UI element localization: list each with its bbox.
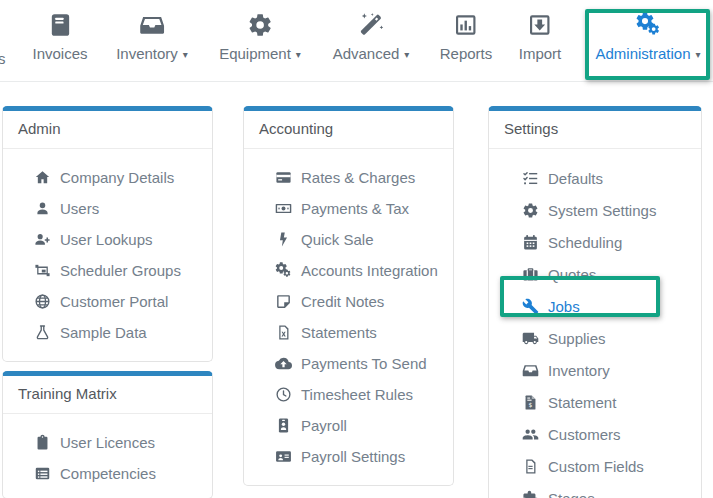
menu-item-payments-tax[interactable]: Payments & Tax <box>244 193 453 224</box>
menu-item-label: Scheduling <box>548 234 622 251</box>
menu-item-sample-data[interactable]: Sample Data <box>3 317 212 348</box>
menu-item-jobs[interactable]: Jobs <box>489 290 701 322</box>
menu-item-statements[interactable]: Statements <box>244 317 453 348</box>
panel-settings: SettingsDefaultsSystem SettingsSchedulin… <box>488 106 702 498</box>
nav-item-label: Invoices <box>32 46 87 61</box>
menu-item-statement[interactable]: Statement <box>489 386 701 418</box>
user-icon <box>34 200 51 217</box>
administration-mega-menu-screen: s InvoicesInventory▾Equipment▾Advanced▾R… <box>0 0 713 498</box>
nav-item-label: Reports <box>440 46 493 61</box>
panel-title-admin: Admin <box>3 111 212 149</box>
menu-item-system-settings[interactable]: System Settings <box>489 194 701 226</box>
menu-item-label: Statement <box>548 394 616 411</box>
menu-item-timesheet-rules[interactable]: Timesheet Rules <box>244 379 453 410</box>
menu-item-payroll-settings[interactable]: Payroll Settings <box>244 441 453 472</box>
cloud-upload-icon <box>275 355 292 372</box>
menu-item-customer-portal[interactable]: Customer Portal <box>3 286 212 317</box>
nav-item-equipment[interactable]: Equipment▾ <box>219 12 301 61</box>
menu-item-scheduling[interactable]: Scheduling <box>489 226 701 258</box>
nav-item-reports[interactable]: Reports <box>440 12 493 61</box>
flask-icon <box>34 324 51 341</box>
menu-item-label: Accounts Integration <box>301 262 438 279</box>
menu-item-defaults[interactable]: Defaults <box>489 162 701 194</box>
chevron-down-icon: ▾ <box>696 50 701 60</box>
nav-item-label: Advanced <box>333 46 400 61</box>
menu-accounting: Rates & ChargesPayments & TaxQuick SaleA… <box>244 149 453 485</box>
menu-item-label: Sample Data <box>60 324 147 341</box>
nav-item-inventory[interactable]: Inventory▾ <box>116 12 188 61</box>
nav-item-label: Import <box>519 46 562 61</box>
file-excel-icon <box>275 324 292 341</box>
menu-item-rates-charges[interactable]: Rates & Charges <box>244 162 453 193</box>
briefcase-icon <box>522 266 539 283</box>
menu-item-label: Payments To Send <box>301 355 427 372</box>
panel-title-accounting: Accounting <box>244 111 453 149</box>
menu-item-label: User Licences <box>60 434 155 451</box>
book-icon <box>47 12 73 38</box>
menu-item-label: Scheduler Groups <box>60 262 181 279</box>
nav-item-import[interactable]: Import <box>519 12 562 61</box>
panel-admin: AdminCompany DetailsUsersUser LookupsSch… <box>2 106 213 362</box>
sticky-note-icon <box>275 293 292 310</box>
globe-icon <box>34 293 51 310</box>
menu-item-supplies[interactable]: Supplies <box>489 322 701 354</box>
menu-item-accounts-integration[interactable]: Accounts Integration <box>244 255 453 286</box>
menu-item-inventory[interactable]: Inventory <box>489 354 701 386</box>
user-plus-icon <box>34 231 51 248</box>
menu-item-company-details[interactable]: Company Details <box>3 162 212 193</box>
tray-icon <box>139 12 165 38</box>
clock-icon <box>275 386 292 403</box>
menu-item-scheduler-groups[interactable]: Scheduler Groups <box>3 255 212 286</box>
object-group-icon <box>34 262 51 279</box>
top-nav: s InvoicesInventory▾Equipment▾Advanced▾R… <box>0 0 713 82</box>
home-icon <box>34 169 51 186</box>
menu-item-user-lookups[interactable]: User Lookups <box>3 224 212 255</box>
menu-item-stages[interactable]: Stages <box>489 482 701 498</box>
clipped-nav-item[interactable]: s <box>0 50 6 67</box>
nav-item-label: Administration <box>595 46 690 61</box>
nav-item-label: Equipment <box>219 46 291 61</box>
menu-item-customers[interactable]: Customers <box>489 418 701 450</box>
panel-title-settings: Settings <box>489 111 701 149</box>
menu-item-users[interactable]: Users <box>3 193 212 224</box>
bolt-icon <box>275 231 292 248</box>
gears-icon <box>275 262 292 279</box>
menu-item-label: Customers <box>548 426 621 443</box>
menu-admin: Company DetailsUsersUser LookupsSchedule… <box>3 149 212 361</box>
menu-item-quotes[interactable]: Quotes <box>489 258 701 290</box>
gears-icon <box>635 12 661 38</box>
nav-item-invoices[interactable]: Invoices <box>32 12 87 61</box>
money-bill-icon <box>275 200 292 217</box>
menu-item-label: Stages <box>548 490 595 498</box>
menu-item-label: Statements <box>301 324 377 341</box>
menu-item-label: System Settings <box>548 202 656 219</box>
menu-item-label: Payments & Tax <box>301 200 409 217</box>
menu-item-label: Rates & Charges <box>301 169 415 186</box>
menu-settings: DefaultsSystem SettingsSchedulingQuotesJ… <box>489 149 701 498</box>
menu-item-label: Jobs <box>548 298 580 315</box>
menu-item-payroll[interactable]: Payroll <box>244 410 453 441</box>
menu-item-label: Quick Sale <box>301 231 374 248</box>
id-badge-icon <box>275 417 292 434</box>
menu-item-custom-fields[interactable]: Custom Fields <box>489 450 701 482</box>
menu-item-label: Users <box>60 200 99 217</box>
menu-item-label: Timesheet Rules <box>301 386 413 403</box>
gear-icon <box>522 202 539 219</box>
menu-item-label: User Lookups <box>60 231 153 248</box>
nav-item-advanced[interactable]: Advanced▾ <box>333 12 410 61</box>
wrench-icon <box>522 298 539 315</box>
menu-item-user-licences[interactable]: User Licences <box>3 427 212 458</box>
nav-item-administration[interactable]: Administration▾ <box>595 12 700 61</box>
menu-item-quick-sale[interactable]: Quick Sale <box>244 224 453 255</box>
users-icon <box>522 426 539 443</box>
menu-item-label: Company Details <box>60 169 174 186</box>
menu-training: User LicencesCompetencies <box>3 414 212 498</box>
credit-card-icon <box>275 169 292 186</box>
menu-item-competencies[interactable]: Competencies <box>3 458 212 489</box>
menu-item-payments-to-send[interactable]: Payments To Send <box>244 348 453 379</box>
menu-item-label: Supplies <box>548 330 606 347</box>
menu-item-label: Competencies <box>60 465 156 482</box>
menu-item-label: Inventory <box>548 362 610 379</box>
chevron-down-icon: ▾ <box>296 50 301 60</box>
menu-item-credit-notes[interactable]: Credit Notes <box>244 286 453 317</box>
